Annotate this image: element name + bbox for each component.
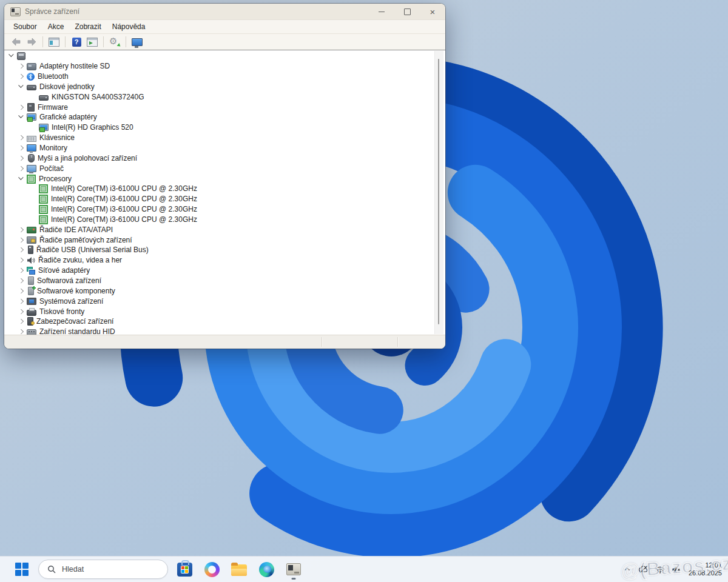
tree-chevron-icon[interactable] xyxy=(16,235,26,245)
tree-item[interactable]: Adaptéry hostitele SD xyxy=(4,61,445,72)
tree-chevron-icon[interactable] xyxy=(16,82,26,92)
tree-chevron-icon[interactable] xyxy=(16,327,26,335)
tree-item[interactable]: Firmware xyxy=(4,102,445,112)
scrollbar-track[interactable] xyxy=(434,51,443,334)
tree-item[interactable]: Tiskové fronty xyxy=(4,306,445,316)
copilot-button[interactable] xyxy=(201,558,223,580)
tree-item[interactable]: Počítač xyxy=(4,163,445,173)
tree-chevron-icon[interactable] xyxy=(16,72,26,81)
tree-item[interactable]: Řadiče IDE ATA/ATAPI xyxy=(4,224,445,235)
tree-item[interactable] xyxy=(4,51,445,61)
tree-chevron-icon[interactable] xyxy=(16,307,26,316)
tree-chevron-icon[interactable] xyxy=(16,286,26,296)
toolbar-separator xyxy=(126,36,126,47)
wifi-icon[interactable] xyxy=(655,563,666,575)
maximize-button[interactable] xyxy=(394,4,420,19)
tree-item[interactable]: Intel(R) Core(TM) i3-6100U CPU @ 2.30GHz xyxy=(4,194,445,204)
tree-item-label: Softwarové komponenty xyxy=(37,287,115,295)
menu-soubor[interactable]: Soubor xyxy=(8,21,42,32)
tree-item-label: Intel(R) Core(TM) i3-6100U CPU @ 2.30GHz xyxy=(51,195,197,203)
toolbar-separator xyxy=(65,36,66,47)
forward-icon[interactable] xyxy=(25,35,38,48)
storage-controller-icon xyxy=(27,236,36,244)
device-manager-app-icon xyxy=(10,7,21,16)
start-button[interactable] xyxy=(11,558,33,580)
tree-item[interactable]: Systémová zařízení xyxy=(4,296,445,306)
file-explorer-button[interactable] xyxy=(228,558,250,580)
search-box[interactable]: Hledat xyxy=(38,560,168,579)
clock[interactable]: 12:01 26.08.2025 xyxy=(687,561,722,577)
mouse-icon xyxy=(28,154,35,162)
tree-chevron-icon[interactable] xyxy=(16,153,26,163)
tree-item[interactable]: Monitory xyxy=(4,143,445,153)
tree-item[interactable]: Intel(R) HD Graphics 520 xyxy=(4,122,445,133)
properties-icon[interactable] xyxy=(86,35,99,48)
tree-chevron-icon[interactable] xyxy=(16,255,26,265)
tree-chevron-icon[interactable] xyxy=(16,61,26,71)
network-adapter-icon xyxy=(27,267,35,275)
device-manager-taskbar-button[interactable] xyxy=(283,558,305,580)
tree-item[interactable]: Řadiče paměťových zařízení xyxy=(4,235,445,245)
tree-item[interactable]: Klávesnice xyxy=(4,133,445,143)
volume-icon[interactable] xyxy=(671,563,682,575)
tree-chevron-icon[interactable] xyxy=(16,174,26,184)
tree-item[interactable]: Zařízení standardu HID xyxy=(4,327,445,335)
tree-item-label: Adaptéry hostitele SD xyxy=(39,62,110,70)
microsoft-store-button[interactable] xyxy=(174,558,195,580)
search-placeholder: Hledat xyxy=(62,565,84,574)
tree-item[interactable]: Řadiče USB (Universal Serial Bus) xyxy=(4,245,445,255)
tree-chevron-icon[interactable] xyxy=(16,276,26,286)
tree-item[interactable]: Intel(R) Core(TM) i3-6100U CPU @ 2.30GHz xyxy=(4,204,445,215)
tree-chevron-icon[interactable] xyxy=(16,102,26,112)
tree-item[interactable]: Procesory xyxy=(4,173,445,184)
onedrive-icon[interactable] xyxy=(638,563,649,575)
tree-item[interactable]: KINGSTON SA400S37240G xyxy=(4,92,445,102)
tree-item-label: Řadiče USB (Universal Serial Bus) xyxy=(36,246,149,254)
tree-item[interactable]: Intel(R) Core(TM) i3-6100U CPU @ 2.30GHz xyxy=(4,184,445,194)
tree-item[interactable]: Bluetooth xyxy=(4,72,445,82)
show-console-tree-icon[interactable] xyxy=(47,35,61,48)
tree-chevron-icon[interactable] xyxy=(16,143,26,153)
tree-item-label: Grafické adaptéry xyxy=(39,113,97,121)
tree-chevron-icon[interactable] xyxy=(16,316,26,326)
help-icon[interactable]: ? xyxy=(70,35,83,48)
toolbar-separator xyxy=(103,36,104,47)
tree-chevron-icon[interactable] xyxy=(16,164,26,173)
tree-chevron-icon[interactable] xyxy=(16,245,26,255)
tree-item[interactable]: Řadiče zvuku, videa a her xyxy=(4,255,445,266)
tree-chevron-icon[interactable] xyxy=(7,51,16,61)
titlebar[interactable]: Správce zařízení × xyxy=(4,4,445,19)
menu-napoveda[interactable]: Nápověda xyxy=(107,21,151,32)
display-adapter-icon xyxy=(27,113,36,121)
menu-zobrazit[interactable]: Zobrazit xyxy=(69,21,106,32)
tree-chevron-icon[interactable] xyxy=(16,112,26,122)
tree-item[interactable]: Grafické adaptéry xyxy=(4,112,445,122)
tree-chevron-icon[interactable] xyxy=(16,133,26,142)
tree-chevron-icon[interactable] xyxy=(16,225,26,235)
microsoft-edge-button[interactable] xyxy=(255,558,277,580)
menu-akce[interactable]: Akce xyxy=(42,21,70,32)
back-icon[interactable] xyxy=(9,35,22,48)
minimize-button[interactable] xyxy=(369,4,394,19)
remote-computer-icon[interactable] xyxy=(130,35,144,48)
device-manager-icon xyxy=(286,563,301,575)
scan-hardware-changes-icon[interactable] xyxy=(108,35,121,48)
tree-item[interactable]: Zabezpečovací zařízení xyxy=(4,316,445,327)
scrollbar-thumb[interactable] xyxy=(438,59,439,324)
close-button[interactable]: × xyxy=(420,4,445,19)
file-explorer-icon xyxy=(231,564,247,576)
microsoft-store-icon xyxy=(177,563,192,577)
tree-item[interactable]: Intel(R) Core(TM) i3-6100U CPU @ 2.30GHz xyxy=(4,215,445,225)
tree-item[interactable]: Myši a jiná polohovací zařízení xyxy=(4,153,445,163)
tree-chevron-icon[interactable] xyxy=(16,296,26,306)
tree-item-label: Řadiče IDE ATA/ATAPI xyxy=(39,226,113,234)
tree-item[interactable]: Softwarové komponenty xyxy=(4,286,445,296)
tree-chevron-icon[interactable] xyxy=(16,266,26,275)
firmware-icon xyxy=(27,103,35,112)
tree-item[interactable]: Síťové adaptéry xyxy=(4,266,445,276)
tray-expand-button[interactable] xyxy=(622,563,633,575)
processor-icon xyxy=(39,195,48,204)
tree-item[interactable]: Diskové jednotky xyxy=(4,82,445,92)
tree-item[interactable]: Softwarová zařízení xyxy=(4,276,445,286)
keyboard-icon xyxy=(27,136,36,142)
